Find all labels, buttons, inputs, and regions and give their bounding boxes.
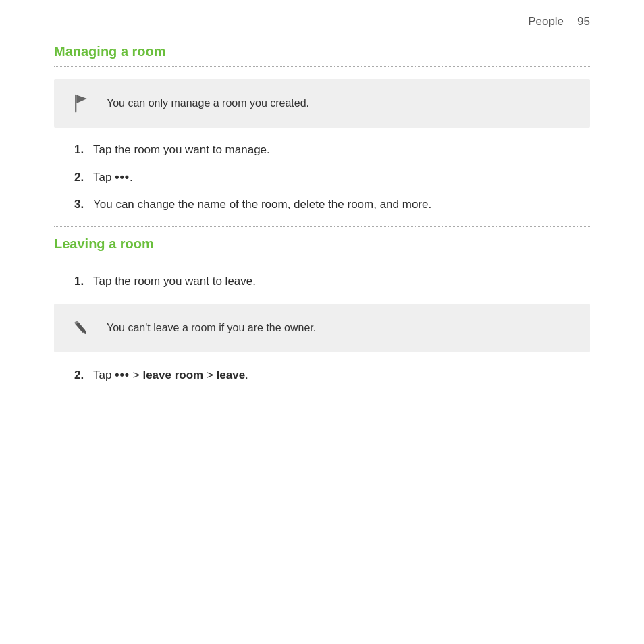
leaving-divider xyxy=(54,259,590,259)
managing-step-1: 1. Tap the room you want to manage. xyxy=(74,141,590,159)
leaving-step-number-1: 1. xyxy=(74,273,93,290)
leave-bold: leave xyxy=(217,369,246,381)
svg-rect-0 xyxy=(75,95,76,113)
top-divider xyxy=(54,34,590,34)
leaving-step-1: 1. Tap the room you want to leave. xyxy=(74,273,590,290)
pencil-icon xyxy=(69,316,93,340)
managing-note-text: You can only manage a room you created. xyxy=(107,95,309,111)
managing-step-2: 2. Tap •••. xyxy=(74,168,590,186)
leaving-steps-1: 1. Tap the room you want to leave. xyxy=(74,273,590,290)
flag-icon xyxy=(69,91,93,115)
page: People 95 Managing a room You can only m… xyxy=(0,0,644,644)
managing-heading: Managing a room xyxy=(54,44,590,59)
managing-note-box: You can only manage a room you created. xyxy=(54,79,590,128)
leaving-step-content-1: Tap the room you want to leave. xyxy=(93,273,590,290)
managing-divider xyxy=(54,66,590,67)
step-number-2: 2. xyxy=(74,169,93,186)
leaving-heading: Leaving a room xyxy=(54,236,590,252)
leave-room-bold: leave room xyxy=(142,369,203,381)
leaving-note-box: You can't leave a room if you are the ow… xyxy=(54,304,590,352)
step-number-1: 1. xyxy=(74,141,93,159)
three-dots-1: ••• xyxy=(115,170,130,184)
three-dots-2: ••• xyxy=(115,368,130,381)
page-category: People xyxy=(528,15,564,28)
leaving-section: Leaving a room 1. Tap the room you want … xyxy=(54,236,590,384)
managing-steps: 1. Tap the room you want to manage. 2. T… xyxy=(74,141,590,213)
page-header: People 95 xyxy=(54,0,590,34)
section-divider xyxy=(54,226,590,227)
leaving-step-2: 2. Tap ••• > leave room > leave. xyxy=(74,366,590,384)
leaving-note-text: You can't leave a room if you are the ow… xyxy=(107,320,316,336)
managing-step-3: 3. You can change the name of the room, … xyxy=(74,196,590,213)
step-content-2: Tap •••. xyxy=(93,168,590,186)
managing-section: Managing a room You can only manage a ro… xyxy=(54,44,590,213)
leaving-steps-2: 2. Tap ••• > leave room > leave. xyxy=(74,366,590,384)
leaving-step-number-2: 2. xyxy=(74,367,93,384)
step-content-3: You can change the name of the room, del… xyxy=(93,196,590,213)
page-number: 95 xyxy=(577,15,590,28)
leaving-step-content-2: Tap ••• > leave room > leave. xyxy=(93,366,590,384)
step-number-3: 3. xyxy=(74,196,93,213)
step-content-1: Tap the room you want to manage. xyxy=(93,141,590,159)
